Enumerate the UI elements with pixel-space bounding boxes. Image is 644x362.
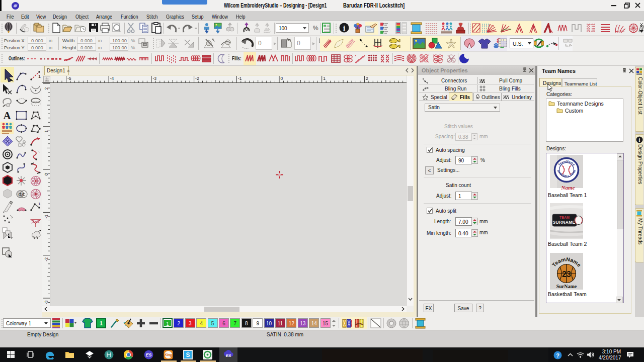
- svg-text:2: 2: [44, 87, 49, 90]
- svg-text:-1: -1: [44, 215, 49, 219]
- svg-text:TEAM: TEAM: [559, 216, 570, 219]
- svg-text:King: King: [165, 353, 172, 357]
- svg-text:-4: -4: [110, 76, 114, 81]
- svg-text:A: A: [3, 110, 11, 122]
- svg-text:-2: -2: [195, 76, 199, 81]
- svg-text:SURNAME: SURNAME: [552, 220, 575, 225]
- svg-text:1: 1: [38, 74, 41, 79]
- svg-text:SurName: SurName: [556, 284, 577, 289]
- svg-text:0: 0: [281, 76, 283, 81]
- svg-text:2: 2: [366, 76, 368, 81]
- svg-text:1: 1: [323, 76, 326, 81]
- svg-text:1: 1: [44, 130, 49, 133]
- svg-text:23: 23: [562, 270, 571, 279]
- svg-text:C: C: [22, 192, 26, 197]
- svg-text:ES: ES: [145, 352, 151, 357]
- svg-text:i: i: [639, 137, 640, 143]
- svg-text:-1: -1: [238, 76, 242, 81]
- svg-text:S: S: [186, 351, 190, 358]
- svg-text:?: ?: [556, 352, 559, 358]
- svg-text:Name: Name: [561, 185, 575, 191]
- svg-text:ES: ES: [226, 353, 231, 358]
- svg-text:1: 1: [38, 202, 41, 206]
- svg-text:-5: -5: [67, 76, 71, 81]
- svg-text:G: G: [18, 192, 22, 197]
- svg-text:i: i: [343, 24, 345, 32]
- svg-text:-2: -2: [44, 257, 49, 261]
- svg-text:-3: -3: [44, 300, 49, 304]
- svg-text:-3: -3: [152, 76, 156, 81]
- svg-text:0: 0: [44, 173, 49, 175]
